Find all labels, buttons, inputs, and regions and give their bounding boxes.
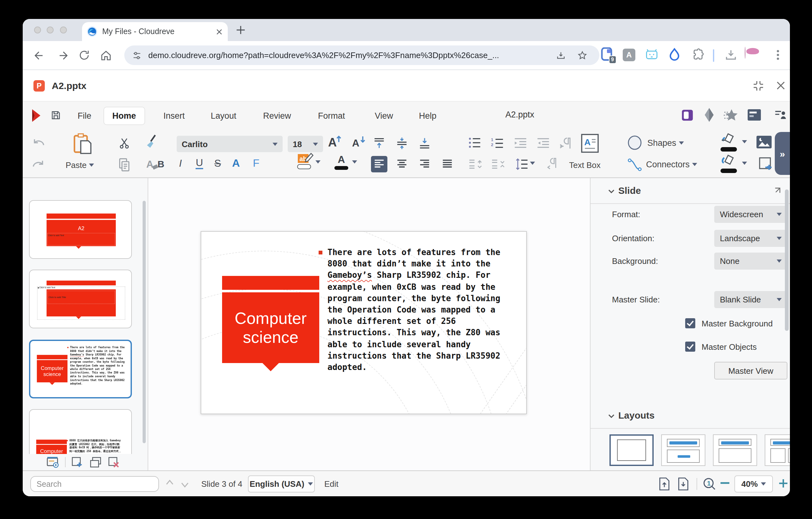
decrease-indent-icon[interactable] bbox=[512, 135, 529, 152]
styles-f-icon[interactable]: F bbox=[248, 155, 264, 172]
delete-slide-icon[interactable] bbox=[108, 456, 120, 468]
search-input[interactable] bbox=[30, 476, 159, 492]
slide-thumbnail-2[interactable]: Click to add Text Click to add Title bbox=[29, 270, 132, 328]
valign-bottom-icon[interactable] bbox=[416, 135, 433, 152]
decrease-font-size-icon[interactable]: A bbox=[351, 134, 367, 150]
shapes-icon[interactable] bbox=[627, 135, 642, 150]
move-paragraph-down-icon[interactable] bbox=[490, 156, 506, 172]
mode-label[interactable]: Edit bbox=[324, 479, 339, 489]
theme-gem-icon[interactable] bbox=[703, 107, 716, 122]
increase-indent-icon[interactable] bbox=[535, 135, 551, 152]
fit-width-icon[interactable] bbox=[677, 477, 689, 491]
downloads-icon[interactable] bbox=[724, 49, 737, 62]
text-box-icon[interactable]: A bbox=[580, 133, 599, 154]
feedback-card-icon[interactable] bbox=[747, 109, 761, 121]
search-previous-icon[interactable] bbox=[165, 479, 174, 486]
align-justify-icon[interactable] bbox=[439, 156, 456, 172]
bullet-list-icon[interactable] bbox=[467, 135, 483, 152]
line-spacing-icon[interactable] bbox=[514, 156, 530, 172]
italic-icon[interactable]: I bbox=[172, 155, 188, 172]
search-next-icon[interactable] bbox=[180, 482, 189, 488]
browser-tab[interactable]: My Files - Cloudreve bbox=[82, 22, 228, 41]
toolbar-expand-button[interactable]: » bbox=[775, 132, 790, 175]
insert-paragraph-icon[interactable] bbox=[558, 135, 574, 152]
bookmark-star-icon[interactable] bbox=[577, 50, 588, 61]
shapes-button[interactable]: Shapes bbox=[647, 138, 684, 148]
panel-scrollbar[interactable] bbox=[785, 189, 789, 331]
zoom-level-select[interactable]: 40% bbox=[734, 475, 773, 492]
expand-panel-icon[interactable] bbox=[772, 188, 780, 196]
increase-font-size-icon[interactable]: A bbox=[327, 134, 343, 150]
start-slideshow-icon[interactable] bbox=[47, 457, 59, 468]
menu-insert[interactable]: Insert bbox=[155, 107, 193, 125]
zoom-100-icon[interactable]: 1 bbox=[703, 477, 716, 491]
font-size-select[interactable]: 18 bbox=[288, 136, 323, 152]
orientation-select[interactable]: Landscape bbox=[714, 230, 787, 247]
bilibili-extension-icon[interactable] bbox=[645, 48, 659, 61]
align-center-icon[interactable] bbox=[394, 156, 410, 172]
favorites-star-icon[interactable] bbox=[723, 109, 739, 122]
font-name-select[interactable]: Carlito bbox=[177, 136, 283, 152]
connectors-button[interactable]: Connectors bbox=[646, 160, 697, 169]
a-extension-icon[interactable]: A bbox=[623, 49, 635, 61]
back-icon[interactable] bbox=[32, 49, 44, 62]
close-viewer-icon[interactable] bbox=[775, 80, 787, 91]
menu-review[interactable]: Review bbox=[255, 107, 299, 125]
exit-fullscreen-icon[interactable] bbox=[752, 80, 765, 92]
master-background-checkbox[interactable] bbox=[685, 318, 695, 328]
redo-icon[interactable] bbox=[30, 157, 47, 173]
paragraph-mark-icon[interactable] bbox=[544, 156, 560, 172]
align-left-icon[interactable] bbox=[371, 156, 387, 172]
valign-top-icon[interactable] bbox=[371, 135, 387, 152]
profile-avatar[interactable] bbox=[745, 47, 746, 59]
title-shape-top-bar[interactable] bbox=[222, 276, 319, 290]
line-spacing-caret[interactable] bbox=[530, 162, 535, 165]
password-manager-extension-icon[interactable]: 9 bbox=[601, 47, 613, 61]
home-icon[interactable] bbox=[100, 49, 112, 62]
layout-two-content[interactable] bbox=[765, 434, 790, 466]
menu-layout[interactable]: Layout bbox=[203, 107, 244, 125]
new-tab-button[interactable] bbox=[236, 25, 245, 35]
connectors-icon[interactable] bbox=[627, 158, 642, 172]
browser-menu-kebab-icon[interactable] bbox=[772, 49, 784, 61]
cut-icon[interactable] bbox=[116, 135, 133, 152]
zoom-in-icon[interactable] bbox=[779, 479, 788, 488]
thumbnails-scrollbar[interactable] bbox=[143, 201, 146, 443]
menu-help[interactable]: Help bbox=[411, 107, 445, 125]
master-objects-checkbox[interactable] bbox=[685, 342, 695, 352]
master-view-button[interactable]: Master View bbox=[714, 362, 787, 379]
superscript-a-icon[interactable]: A bbox=[228, 155, 244, 172]
align-right-icon[interactable] bbox=[416, 156, 433, 172]
text-box-button[interactable]: Text Box bbox=[569, 160, 601, 170]
address-bar[interactable]: demo.cloudreve.org/home?path=cloudreve%3… bbox=[124, 46, 599, 65]
shape-fill-color-icon[interactable] bbox=[721, 154, 738, 173]
layout-blank[interactable] bbox=[609, 434, 654, 466]
tab-close-icon[interactable] bbox=[216, 28, 223, 35]
layout-title-subtitle[interactable] bbox=[661, 434, 705, 466]
add-slide-strip-icon[interactable] bbox=[71, 456, 83, 468]
close-window-button[interactable] bbox=[34, 27, 41, 33]
undo-icon[interactable] bbox=[30, 135, 47, 152]
layout-title-content[interactable] bbox=[713, 434, 757, 466]
site-settings-icon[interactable] bbox=[132, 50, 142, 60]
paste-button[interactable]: Paste bbox=[66, 160, 94, 170]
fit-slide-icon[interactable] bbox=[659, 477, 670, 491]
paste-icon[interactable] bbox=[72, 133, 93, 156]
copy-style-brush-icon[interactable] bbox=[144, 134, 160, 150]
zoom-out-icon[interactable] bbox=[721, 482, 729, 484]
install-app-icon[interactable] bbox=[555, 50, 567, 61]
slide-thumbnail-1[interactable]: A2 Click to add Text bbox=[29, 200, 132, 259]
menu-format[interactable]: Format bbox=[310, 107, 353, 125]
zoom-window-button[interactable] bbox=[60, 27, 67, 33]
menu-file[interactable]: File bbox=[69, 107, 100, 125]
bold-icon[interactable]: B bbox=[153, 155, 169, 172]
slide-body-text[interactable]: There are lots of features from the 8080… bbox=[327, 247, 527, 373]
extensions-puzzle-icon[interactable] bbox=[692, 48, 704, 61]
slide-thumbnail-3-selected[interactable]: Computer science There are lots of featu… bbox=[29, 340, 132, 399]
duplicate-slide-icon[interactable] bbox=[90, 456, 102, 468]
collapse-section-icon[interactable] bbox=[608, 189, 614, 194]
underline-icon[interactable]: U bbox=[191, 155, 208, 172]
background-select[interactable]: None bbox=[714, 252, 787, 270]
water-drop-extension-icon[interactable] bbox=[669, 48, 680, 61]
font-color-icon[interactable]: A bbox=[335, 154, 348, 170]
